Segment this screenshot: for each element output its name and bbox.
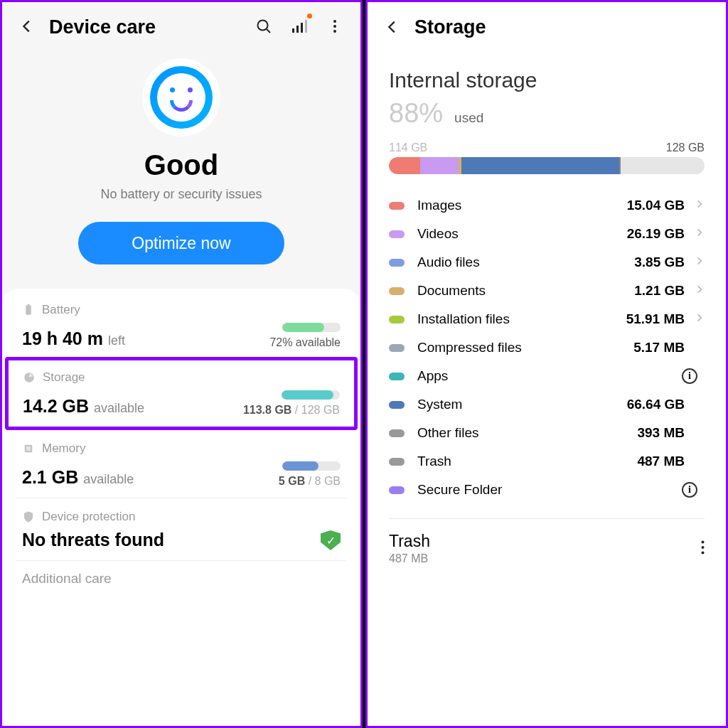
category-row: Compressed files5.17 MB	[389, 333, 705, 362]
more-icon[interactable]	[701, 540, 705, 557]
battery-row[interactable]: Battery 19 h 40 m left 72% available	[16, 291, 346, 360]
svg-point-15	[702, 551, 705, 554]
svg-point-7	[333, 30, 336, 33]
memory-detail: 5 GB / 8 GB	[279, 475, 341, 488]
used-size-label: 114 GB	[389, 141, 427, 154]
svg-rect-1	[292, 28, 294, 33]
category-name: Apps	[417, 368, 682, 384]
protection-row[interactable]: Device protection No threats found ✓	[16, 498, 346, 561]
back-icon[interactable]	[19, 18, 35, 37]
protection-label: Device protection	[42, 510, 135, 524]
category-value: 3.85 GB	[634, 255, 685, 270]
status-subtitle: No battery or security issues	[100, 187, 262, 202]
svg-point-5	[333, 20, 336, 23]
category-row: Other files393 MB	[389, 419, 705, 447]
category-row[interactable]: Videos26.19 GB	[389, 220, 705, 248]
category-value: 26.19 GB	[627, 226, 685, 242]
memory-row[interactable]: Memory 2.1 GB available 5 GB / 8 GB	[16, 430, 346, 498]
divider	[389, 518, 705, 519]
category-name: Images	[417, 198, 627, 213]
category-row[interactable]: Appsi	[389, 362, 705, 390]
svg-rect-12	[26, 446, 31, 451]
header: Storage	[368, 2, 726, 47]
category-row[interactable]: Images15.04 GB	[389, 191, 705, 220]
category-name: Documents	[417, 283, 634, 299]
storage-screen: Storage Internal storage 88% used 114 GB…	[365, 0, 728, 728]
category-name: Videos	[417, 226, 627, 242]
device-care-screen: Device care Good No battery or security …	[0, 0, 363, 728]
status-icon	[142, 58, 220, 136]
usage-label: used	[454, 110, 483, 126]
category-name: System	[417, 397, 627, 412]
category-row[interactable]: Audio files3.85 GB	[389, 248, 705, 277]
more-icon[interactable]	[326, 18, 343, 38]
category-value: 51.91 MB	[626, 311, 685, 327]
battery-icon	[22, 304, 35, 316]
trash-section[interactable]: Trash 487 MB	[389, 532, 705, 572]
category-color-icon	[389, 259, 405, 267]
internal-storage-heading: Internal storage	[389, 68, 705, 92]
status-title: Good	[144, 149, 218, 181]
battery-progress-bar	[282, 323, 341, 332]
page-title: Storage	[414, 16, 486, 38]
category-value: 5.17 MB	[633, 340, 685, 355]
usage-percent: 88%	[389, 98, 443, 129]
search-icon[interactable]	[255, 18, 272, 38]
category-value: 393 MB	[637, 425, 685, 441]
header: Device care	[2, 2, 360, 47]
chevron-right-icon	[695, 284, 705, 297]
category-color-icon	[389, 344, 405, 352]
chevron-right-icon	[695, 313, 705, 326]
category-value: 15.04 GB	[627, 198, 685, 213]
storage-icon	[23, 371, 36, 384]
category-row[interactable]: Secure Folderi	[389, 476, 705, 504]
category-name: Audio files	[417, 255, 634, 270]
category-color-icon	[389, 373, 405, 380]
category-color-icon	[389, 429, 405, 437]
page-title: Device care	[49, 16, 156, 38]
memory-progress-bar	[282, 461, 341, 471]
svg-rect-4	[305, 20, 307, 33]
total-size-label: 128 GB	[666, 141, 705, 154]
category-color-icon	[389, 202, 405, 210]
category-color-icon	[389, 230, 405, 238]
storage-label: Storage	[43, 370, 85, 385]
storage-row[interactable]: Storage 14.2 GB available 113.8 GB / 128…	[5, 357, 358, 430]
trash-size: 487 MB	[389, 552, 430, 565]
category-name: Compressed files	[417, 340, 633, 355]
category-name: Other files	[417, 425, 637, 441]
category-color-icon	[389, 401, 405, 409]
info-icon[interactable]: i	[682, 368, 697, 384]
storage-bar	[389, 157, 705, 174]
svg-point-14	[702, 546, 705, 549]
memory-label: Memory	[42, 441, 85, 456]
category-name: Secure Folder	[417, 482, 682, 498]
category-list: Images15.04 GBVideos26.19 GBAudio files3…	[389, 191, 705, 504]
category-value: 66.64 GB	[627, 397, 685, 412]
trash-title: Trash	[389, 532, 430, 551]
optimize-button[interactable]: Optimize now	[78, 222, 284, 264]
category-value: 487 MB	[637, 454, 685, 469]
shield-check-icon: ✓	[321, 530, 341, 550]
signal-icon[interactable]	[291, 18, 308, 38]
svg-rect-9	[28, 304, 30, 306]
chevron-right-icon	[695, 228, 705, 240]
protection-value: No threats found	[22, 530, 164, 550]
back-icon[interactable]	[385, 19, 400, 38]
svg-rect-2	[296, 26, 299, 33]
svg-point-6	[333, 25, 336, 28]
category-color-icon	[389, 458, 405, 466]
shield-icon	[22, 510, 35, 523]
storage-progress-bar	[282, 390, 340, 400]
status-hero: Good No battery or security issues Optim…	[2, 47, 360, 289]
chevron-right-icon	[695, 199, 705, 212]
category-row[interactable]: Documents1.21 GB	[389, 277, 705, 305]
category-value: 1.21 GB	[634, 283, 685, 299]
category-name: Installation files	[417, 311, 626, 327]
category-row[interactable]: Installation files51.91 MB	[389, 305, 705, 333]
battery-label: Battery	[42, 303, 80, 317]
memory-icon	[22, 442, 35, 455]
info-icon[interactable]: i	[682, 482, 697, 498]
svg-rect-8	[26, 305, 31, 315]
category-row: Trash487 MB	[389, 447, 705, 476]
